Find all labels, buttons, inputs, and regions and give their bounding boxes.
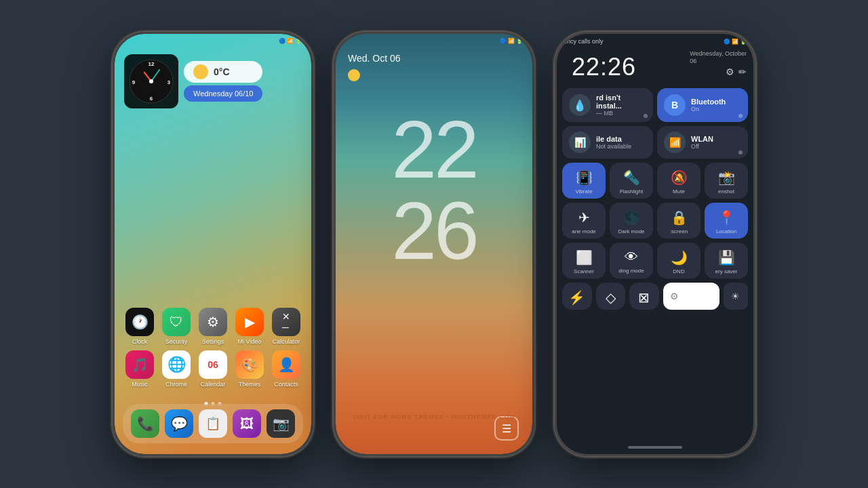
bluetooth-tile-dot	[738, 114, 743, 118]
tile-screenshot[interactable]: 📸 enshot	[705, 163, 748, 199]
app-music[interactable]: 🎵 Music	[123, 350, 157, 388]
darkmode-icon: 🌑	[623, 209, 640, 226]
reading-label: ding mode	[618, 268, 644, 274]
cc-status-icons: 🔵 📶 🔋	[724, 39, 747, 45]
tile-reading[interactable]: 👁 ding mode	[610, 243, 653, 279]
cc-brightness-btn[interactable]: ☀	[724, 283, 748, 310]
calc-app-icon: ✕─	[272, 308, 300, 336]
cc-tile-wlan[interactable]: 📶 WLAN Off	[657, 126, 748, 159]
cc-tile-bluetooth[interactable]: B Bluetooth On	[657, 88, 748, 122]
small-tiles-row-3: ⬜ Scanner 👁 ding mode 🌙 DND 💾 ery saver	[557, 243, 753, 279]
temperature: 0°C	[214, 66, 230, 77]
tile-batterysaver[interactable]: 💾 ery saver	[705, 243, 748, 279]
security-app-icon: 🛡	[162, 308, 191, 336]
settings-app-label: Settings	[202, 338, 224, 345]
chrome-app-icon: 🌐	[162, 350, 191, 379]
data-tile-sub: — MB	[596, 110, 646, 117]
svg-point-7	[149, 79, 153, 83]
reading-icon: 👁	[625, 249, 638, 265]
chrome-app-label: Chrome	[165, 381, 187, 388]
airplane-icon: ✈	[578, 209, 590, 226]
tile-grid[interactable]: ⊠	[629, 283, 659, 310]
brightness-icon: ☀	[731, 291, 740, 302]
dock: 📞 💬 📋 🖼 📷	[123, 404, 303, 443]
mobile-data-sub: Not available	[596, 143, 646, 150]
vibrate-label: Vibrate	[575, 188, 592, 195]
dnd-label: DND	[673, 268, 684, 274]
tile-screenlock[interactable]: 🔒 :screen	[657, 203, 701, 239]
phone-2: 🔵 📶 🔋 Wed. Oct 06 22 26 ☰ VISIT FOR MORE…	[334, 32, 534, 456]
app-grid: 🕐 Clock 🛡 Security ⚙ Settings ▶ Mi Video	[115, 308, 311, 393]
screenlock-label: :screen	[670, 228, 688, 235]
app-themes[interactable]: 🎨 Themes	[233, 350, 267, 388]
contacts-app-label: Contacts	[274, 381, 298, 388]
cc-search-bar[interactable]: ⚙	[663, 283, 719, 310]
music-app-label: Music	[132, 381, 148, 388]
cc-tile-data[interactable]: 💧 rd isn't instal... — MB	[562, 88, 653, 122]
cc-tiles-grid: 💧 rd isn't instal... — MB B Bluetooth On	[557, 84, 753, 163]
cc-edit-icon[interactable]: ✏	[738, 66, 747, 77]
wlan-icon: 📶	[664, 131, 686, 153]
sun-icon	[193, 64, 208, 79]
app-clock[interactable]: 🕐 Clock	[123, 308, 157, 345]
contacts-app-icon: 👤	[272, 350, 300, 379]
app-calendar[interactable]: 06 Calendar	[196, 350, 230, 388]
clock-weather-widget[interactable]: 12 3 6 9 0°C	[124, 54, 262, 108]
cc-time: 22:26	[564, 50, 644, 81]
airplane-label: ane mode	[572, 228, 596, 235]
app-calculator[interactable]: ✕─ Calculator	[269, 308, 303, 345]
mute-icon: 🔕	[671, 169, 688, 186]
cc-tile-mobile-data[interactable]: 📊 ile data Not available	[562, 126, 653, 159]
mobile-data-icon: 📊	[569, 131, 591, 153]
tile-scanner[interactable]: ⬜ Scanner	[562, 243, 606, 279]
app-row-2: 🎵 Music 🌐 Chrome 06 Calendar 🎨 Themes	[121, 350, 304, 388]
tile-location[interactable]: 📍 Location	[705, 203, 748, 239]
app-settings[interactable]: ⚙ Settings	[196, 308, 230, 345]
tile-code[interactable]: ◇	[596, 283, 626, 310]
app-chrome[interactable]: 🌐 Chrome	[159, 350, 193, 388]
tile-dnd[interactable]: 🌙 DND	[657, 243, 701, 279]
tile-darkmode[interactable]: 🌑 Dark mode	[610, 203, 653, 239]
app-security[interactable]: 🛡 Security	[159, 308, 193, 345]
watermark-2: VISIT FOR MORE THEMES - MIUITHEMER.COM	[336, 413, 532, 420]
calc-app-label: Calculator	[273, 338, 300, 345]
data-tile-title: rd isn't instal...	[596, 94, 646, 110]
svg-text:9: 9	[132, 79, 136, 85]
dock-gallery[interactable]: 🖼	[233, 409, 261, 438]
data-tile-dot	[644, 114, 648, 118]
tile-airplane[interactable]: ✈ ane mode	[562, 203, 606, 239]
weather-widget[interactable]: 0°C Wednesday 06/10	[184, 61, 262, 102]
clock-app-label: Clock	[132, 338, 148, 345]
tile-flashlight[interactable]: 🔦 Flashlight	[610, 163, 653, 199]
mivideo-app-label: Mi Video	[238, 338, 262, 345]
app-contacts[interactable]: 👤 Contacts	[269, 350, 303, 388]
app-row-1: 🕐 Clock 🛡 Security ⚙ Settings ▶ Mi Video	[121, 308, 304, 345]
svg-text:6: 6	[150, 96, 153, 102]
wlan-tile-sub: Off	[691, 143, 741, 150]
bottom-icon-row: ⚡ ◇ ⊠ ⚙ ☀	[557, 283, 753, 310]
phone-1: 🔵 📶 🔋 12 3 6 9	[113, 32, 313, 456]
dock-notes[interactable]: 📋	[199, 409, 227, 438]
tile-vibrate[interactable]: 📳 Vibrate	[562, 163, 606, 199]
app-mivideo[interactable]: ▶ Mi Video	[233, 308, 267, 345]
darkmode-label: Dark mode	[618, 228, 644, 235]
cc-tiles-row-1: 💧 rd isn't instal... — MB B Bluetooth On	[562, 88, 748, 122]
tile-flash-bottom[interactable]: ⚡	[562, 283, 592, 310]
themes-app-label: Themes	[239, 381, 261, 388]
home-indicator	[628, 446, 682, 449]
analog-clock[interactable]: 12 3 6 9	[124, 54, 178, 108]
scanner-icon: ⬜	[576, 249, 593, 266]
phone1-status-bar: 🔵 📶 🔋	[115, 34, 311, 48]
dock-camera[interactable]: 📷	[267, 409, 295, 438]
dock-phone[interactable]: 📞	[131, 409, 159, 438]
date-widget: Wednesday 06/10	[184, 85, 262, 102]
phone2-status-bar: 🔵 📶 🔋	[336, 34, 532, 48]
lock-screen-time: 22 26	[336, 108, 532, 271]
code-icon: ◇	[606, 289, 616, 306]
dock-messages[interactable]: 💬	[165, 409, 193, 438]
cc-search-icon: ⚙	[670, 291, 679, 302]
cc-filter-icon[interactable]: ⚙	[726, 66, 734, 77]
data-icon: 💧	[569, 94, 591, 116]
tile-mute[interactable]: 🔕 Mute	[657, 163, 701, 199]
small-tiles-row-2: ✈ ane mode 🌑 Dark mode 🔒 :screen 📍 Locat…	[557, 203, 753, 239]
